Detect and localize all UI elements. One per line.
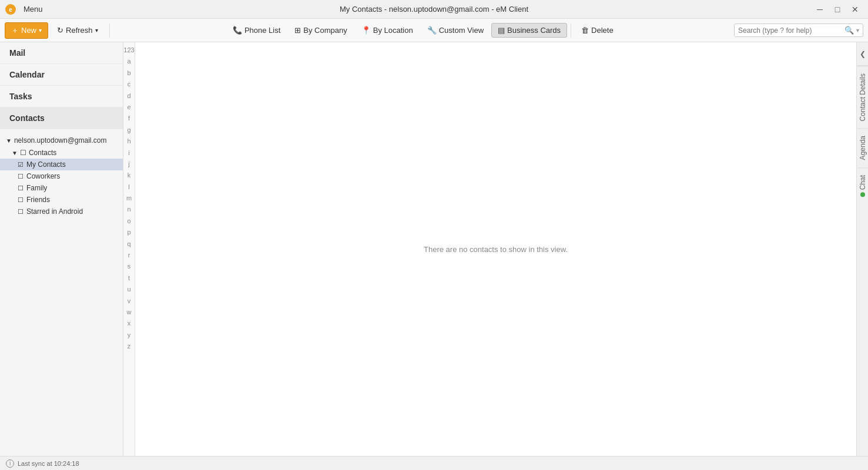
business-cards-view-button[interactable]: ▤ Business Cards bbox=[491, 23, 567, 38]
alpha-item-n[interactable]: n bbox=[123, 204, 135, 215]
phone-list-icon: 📞 bbox=[233, 26, 242, 35]
panel-collapse-icon: ❮ bbox=[860, 50, 866, 58]
alpha-item-v[interactable]: v bbox=[123, 296, 135, 307]
sidebar-item-mail[interactable]: Mail bbox=[0, 42, 123, 64]
search-icon: 🔍 bbox=[844, 26, 854, 35]
status-bar: i Last sync at 10:24:18 bbox=[0, 456, 868, 470]
sidebar-starred-android[interactable]: ☐ Starred in Android bbox=[0, 206, 123, 217]
friends-checkbox: ☐ bbox=[18, 196, 24, 204]
refresh-dropdown-caret: ▾ bbox=[95, 27, 98, 33]
alphabet-bar: 123abcdefghijklmnopqrstuvwxyz bbox=[123, 42, 135, 456]
agenda-tab[interactable]: Agenda bbox=[856, 128, 869, 167]
alpha-item-x[interactable]: x bbox=[123, 318, 135, 329]
contact-details-tab[interactable]: Contact Details bbox=[856, 66, 869, 128]
phone-list-view-button[interactable]: 📞 Phone List bbox=[226, 23, 287, 38]
alpha-item-b[interactable]: b bbox=[123, 68, 135, 79]
content-area: There are no contacts to show in this vi… bbox=[135, 42, 856, 456]
sidebar-item-tasks[interactable]: Tasks bbox=[0, 86, 123, 108]
minimize-button[interactable]: ─ bbox=[812, 1, 828, 18]
app-logo: e bbox=[5, 4, 16, 15]
sidebar-contacts-folder[interactable]: ▼ ☐ Contacts bbox=[0, 147, 123, 159]
menu-button[interactable]: Menu bbox=[20, 4, 46, 15]
info-icon: i bbox=[6, 459, 14, 468]
alpha-item-c[interactable]: c bbox=[123, 79, 135, 90]
svg-text:e: e bbox=[9, 6, 12, 13]
sidebar-contacts-section: ▼ nelson.uptodown@gmail.com ▼ ☐ Contacts… bbox=[0, 129, 123, 222]
sidebar-account[interactable]: ▼ nelson.uptodown@gmail.com bbox=[0, 134, 123, 147]
window-title: My Contacts - nelson.uptodown@gmail.com … bbox=[340, 5, 528, 14]
sidebar-my-contacts[interactable]: ☑ My Contacts bbox=[0, 159, 123, 170]
sidebar-item-contacts[interactable]: Contacts bbox=[0, 108, 123, 129]
search-dropdown-caret[interactable]: ▾ bbox=[856, 27, 859, 33]
alpha-item-r[interactable]: r bbox=[123, 250, 135, 261]
empty-message: There are no contacts to show in this vi… bbox=[424, 245, 568, 254]
by-location-view-button[interactable]: 📍 By Location bbox=[355, 23, 420, 38]
alpha-item-p[interactable]: p bbox=[123, 227, 135, 238]
delete-icon: 🗑 bbox=[581, 26, 589, 35]
refresh-button[interactable]: ↻ Refresh ▾ bbox=[51, 23, 105, 38]
alpha-item-g[interactable]: g bbox=[123, 125, 135, 136]
chat-tab[interactable]: Chat bbox=[856, 167, 869, 204]
toolbar: ＋ New ▾ ↻ Refresh ▾ 📞 Phone List ⊞ By Co… bbox=[0, 19, 868, 42]
search-input[interactable] bbox=[738, 26, 842, 35]
toolbar-separator-2 bbox=[571, 24, 571, 38]
chat-status-dot bbox=[860, 192, 865, 197]
business-card-icon: ▤ bbox=[498, 26, 505, 35]
alpha-item-j[interactable]: j bbox=[123, 159, 135, 170]
alpha-item-m[interactable]: m bbox=[123, 193, 135, 204]
maximize-button[interactable]: □ bbox=[829, 1, 846, 18]
alpha-item-y[interactable]: y bbox=[123, 330, 135, 341]
alpha-item-q[interactable]: q bbox=[123, 239, 135, 250]
contacts-folder-icon: ☐ bbox=[20, 149, 26, 157]
new-dropdown-caret: ▾ bbox=[39, 27, 42, 33]
sidebar: Mail Calendar Tasks Contacts ▼ nelson.up… bbox=[0, 42, 123, 456]
alpha-item-u[interactable]: u bbox=[123, 284, 135, 295]
alpha-item-i[interactable]: i bbox=[123, 147, 135, 159]
alpha-item-123[interactable]: 123 bbox=[123, 45, 135, 56]
new-button[interactable]: ＋ New ▾ bbox=[5, 22, 48, 39]
title-bar-left: e Menu bbox=[5, 4, 46, 15]
alpha-item-o[interactable]: o bbox=[123, 216, 135, 227]
plus-icon: ＋ bbox=[11, 25, 19, 36]
right-panel: ❮ Contact Details Agenda Chat bbox=[856, 42, 868, 456]
panel-collapse-button[interactable]: ❮ bbox=[857, 42, 869, 66]
alpha-item-e[interactable]: e bbox=[123, 102, 135, 113]
starred-checkbox: ☐ bbox=[18, 208, 24, 216]
alpha-item-d[interactable]: d bbox=[123, 90, 135, 102]
my-contacts-checkbox: ☑ bbox=[18, 161, 24, 169]
alpha-item-k[interactable]: k bbox=[123, 170, 135, 181]
sync-status: Last sync at 10:24:18 bbox=[18, 460, 79, 467]
family-checkbox: ☐ bbox=[18, 184, 24, 192]
folder-collapse-icon: ▼ bbox=[12, 150, 18, 156]
main-layout: Mail Calendar Tasks Contacts ▼ nelson.up… bbox=[0, 42, 868, 456]
account-collapse-icon: ▼ bbox=[6, 137, 12, 144]
view-buttons: 📞 Phone List ⊞ By Company 📍 By Location … bbox=[226, 23, 620, 38]
title-bar: e Menu My Contacts - nelson.uptodown@gma… bbox=[0, 0, 868, 19]
sidebar-friends[interactable]: ☐ Friends bbox=[0, 194, 123, 206]
sidebar-family[interactable]: ☐ Family bbox=[0, 182, 123, 194]
refresh-icon: ↻ bbox=[57, 26, 63, 35]
alpha-item-z[interactable]: z bbox=[123, 341, 135, 352]
custom-view-button[interactable]: 🔧 Custom View bbox=[421, 23, 490, 38]
toolbar-separator bbox=[109, 24, 110, 38]
sidebar-coworkers[interactable]: ☐ Coworkers bbox=[0, 170, 123, 182]
alpha-item-a[interactable]: a bbox=[123, 56, 135, 67]
alpha-item-f[interactable]: f bbox=[123, 113, 135, 124]
coworkers-checkbox: ☐ bbox=[18, 173, 24, 180]
alpha-item-t[interactable]: t bbox=[123, 273, 135, 284]
window-controls: ─ □ ✕ bbox=[812, 1, 863, 18]
company-icon: ⊞ bbox=[294, 26, 301, 35]
alpha-item-s[interactable]: s bbox=[123, 261, 135, 272]
sidebar-item-calendar[interactable]: Calendar bbox=[0, 64, 123, 86]
location-icon: 📍 bbox=[361, 26, 371, 35]
search-box[interactable]: 🔍 ▾ bbox=[734, 24, 863, 37]
alpha-item-l[interactable]: l bbox=[123, 182, 135, 193]
alpha-item-w[interactable]: w bbox=[123, 307, 135, 318]
delete-button[interactable]: 🗑 Delete bbox=[575, 23, 620, 38]
by-company-view-button[interactable]: ⊞ By Company bbox=[288, 23, 353, 38]
wrench-icon: 🔧 bbox=[427, 26, 437, 35]
close-button[interactable]: ✕ bbox=[847, 1, 863, 18]
alpha-item-h[interactable]: h bbox=[123, 136, 135, 147]
